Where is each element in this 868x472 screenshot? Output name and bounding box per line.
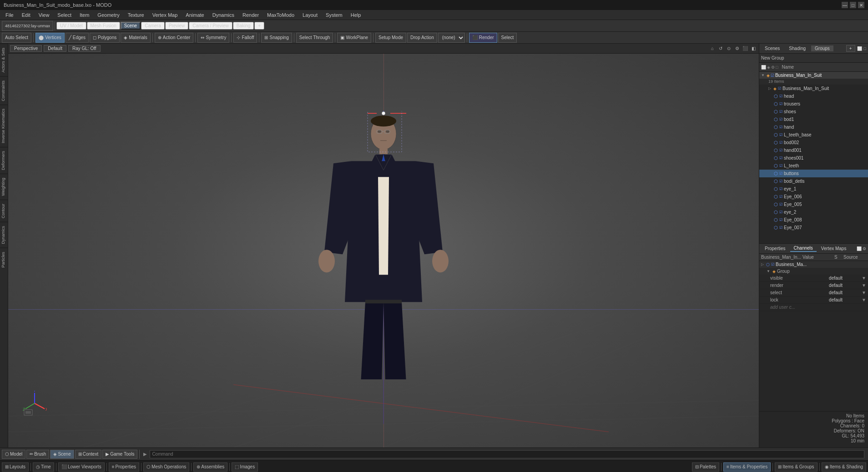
collapse-icon[interactable]: ◧: [750, 45, 757, 52]
palettes-btn[interactable]: ⊟ Palettes: [692, 462, 719, 472]
menu-system[interactable]: System: [322, 11, 346, 19]
viewport-canvas[interactable]: X Y Z: [8, 54, 759, 447]
channels-tab[interactable]: Channels: [790, 245, 817, 252]
tree-item-hand001[interactable]: ⬡ ☑ hand001: [759, 146, 868, 154]
prop-select-dd[interactable]: ▼: [862, 290, 866, 295]
tree-icon-2[interactable]: ◈: [767, 65, 770, 70]
file-info-btn[interactable]: 48146227302:lay-unmax: [2, 21, 53, 31]
symmetry-btn[interactable]: ⇔ Symmetry: [197, 33, 229, 43]
model-btn[interactable]: ⬡ Model: [2, 450, 25, 459]
images-btn[interactable]: ⬚ Images: [232, 462, 258, 472]
tab-baking[interactable]: Baking: [233, 22, 254, 30]
assemblies-btn[interactable]: ⊛ Assemblies: [193, 462, 227, 472]
prop-row-visible[interactable]: visible default ▼: [759, 275, 868, 282]
panel-collapse-icon[interactable]: □: [864, 46, 866, 51]
sidebar-deformers[interactable]: Deformers: [0, 147, 8, 174]
menu-item[interactable]: Item: [76, 11, 93, 19]
menu-help[interactable]: Help: [347, 11, 365, 19]
game-tools-btn[interactable]: ▶ Game Tools: [102, 450, 137, 459]
action-center-btn[interactable]: ⊕ Action Center: [155, 33, 194, 43]
snapping-btn[interactable]: ⊞ Snapping: [261, 33, 292, 43]
prop-row-select[interactable]: select default ▼: [759, 289, 868, 296]
items-groups-btn[interactable]: ⊞ Items & Groups: [775, 462, 817, 472]
prop-visible-dd[interactable]: ▼: [862, 276, 866, 281]
settings-icon[interactable]: ⚙: [733, 45, 741, 52]
none-dropdown[interactable]: (none): [438, 33, 465, 43]
tree-item-hand[interactable]: ⬡ ☑ hand: [759, 123, 868, 131]
minimize-button[interactable]: —: [842, 2, 848, 8]
tree-item-bod002[interactable]: ⬡ ☑ bod002: [759, 139, 868, 146]
close-button[interactable]: ✕: [858, 2, 864, 8]
menu-dynamics[interactable]: Dynamics: [209, 11, 238, 19]
menu-select[interactable]: Select: [54, 11, 75, 19]
tab-uv-model[interactable]: UV / Model: [56, 22, 86, 30]
drop-action-btn[interactable]: Drop Action: [407, 33, 437, 43]
menu-geometry[interactable]: Geometry: [94, 11, 123, 19]
sidebar-constraints[interactable]: Constraints: [0, 76, 8, 105]
menu-texture[interactable]: Texture: [124, 11, 148, 19]
properties-tab[interactable]: Properties: [761, 246, 789, 251]
refresh-icon[interactable]: ↺: [717, 45, 724, 52]
prop-expand-icon[interactable]: ⬜: [857, 246, 862, 251]
command-input[interactable]: [150, 450, 864, 458]
tab-mesh-fusion[interactable]: Mesh Fusion: [87, 22, 120, 30]
lower-viewports-btn[interactable]: ⬛ Lower Viewports: [58, 462, 105, 472]
perspective-btn[interactable]: Perspective: [10, 45, 42, 52]
tree-icon-3[interactable]: ⚙: [771, 65, 775, 70]
tree-item-trousers[interactable]: ⬡ ☑ trousers: [759, 100, 868, 108]
prop-render-dd[interactable]: ▼: [862, 283, 866, 288]
menu-maxtomode[interactable]: MaxToModo: [263, 11, 298, 19]
add-group-btn[interactable]: +: [846, 45, 855, 52]
tab-camera-preview[interactable]: Camera / Preview: [189, 22, 232, 30]
vertex-maps-tab[interactable]: Vertex Maps: [818, 246, 850, 251]
falloff-btn[interactable]: ⊹ Falloff: [233, 33, 257, 43]
tab-add[interactable]: +: [254, 22, 264, 30]
tree-icon-4[interactable]: □: [776, 65, 778, 70]
sidebar-weighting[interactable]: Weighting: [0, 174, 8, 200]
prop-lock-dd[interactable]: ▼: [862, 297, 866, 302]
shading-tab[interactable]: Shading: [785, 45, 809, 51]
render-btn[interactable]: ⬛ Render: [469, 33, 497, 43]
tree-icon-1[interactable]: ⬜: [761, 65, 766, 70]
vertices-btn[interactable]: ⬤ Vertices: [35, 33, 65, 43]
menu-file[interactable]: File: [2, 11, 17, 19]
polygons-btn[interactable]: ◻ Polygons: [90, 33, 120, 43]
tree-item-eye008[interactable]: ⬡ ☑ Eye_008: [759, 216, 868, 224]
prop-root-item[interactable]: ▷ ⬡ ☑ Business_Ma...: [759, 261, 868, 268]
tree-root-item[interactable]: ▼ ◈ ☑ Business_Man_In_Suit: [759, 72, 868, 79]
prop-group-item[interactable]: ▼ ◈ Group: [759, 268, 868, 275]
sidebar-particles[interactable]: Particles: [0, 248, 8, 271]
select-through-btn[interactable]: Select Through: [296, 33, 333, 43]
tree-item-l-teeth[interactable]: ⬡ ☑ L_teeth: [759, 162, 868, 170]
context-btn[interactable]: ⊞ Context: [75, 450, 101, 459]
tree-item-head[interactable]: ⬡ ☑ head: [759, 92, 868, 100]
tree-item-l-teeth-base[interactable]: ⬡ ☑ L_teeth_base: [759, 131, 868, 139]
mesh-operations-btn[interactable]: ⬡ Mesh Operations: [143, 462, 189, 472]
scene-mode-btn[interactable]: ◈ Scene: [50, 450, 74, 459]
tree-item-eye005[interactable]: ⬡ ☑ Eye_005: [759, 201, 868, 208]
sidebar-actors-sets[interactable]: Actors & Sets: [0, 44, 8, 76]
menu-vertex-map[interactable]: Vertex Map: [149, 11, 182, 19]
tree-item-eye1[interactable]: ⬡ ☑ eye_1: [759, 185, 868, 193]
workplane-btn[interactable]: ▣ WorkPlane: [337, 33, 371, 43]
properties-bottom-btn[interactable]: ≡ Properties: [109, 462, 139, 472]
menu-layout[interactable]: Layout: [299, 11, 321, 19]
auto-select-btn[interactable]: Auto Select: [2, 33, 31, 43]
tree-item-business[interactable]: ▷ ◈ ☑ Business_Man_In_Suit: [759, 85, 868, 92]
menu-view[interactable]: View: [35, 11, 53, 19]
time-btn[interactable]: ◷ Time: [33, 462, 54, 472]
items-shading-btn[interactable]: ◉ Items & Shading: [822, 462, 866, 472]
search-icon[interactable]: ⊙: [725, 45, 732, 52]
items-properties-btn[interactable]: ≡ Items & Properties: [723, 462, 771, 472]
layouts-btn[interactable]: ⊞ Layouts: [2, 462, 29, 472]
panel-expand-icon[interactable]: ⬜: [857, 46, 862, 51]
ray-gl-btn[interactable]: Ray GL: Off: [68, 45, 101, 52]
select-btn[interactable]: Select: [498, 33, 517, 43]
edges-btn[interactable]: ╱ Edges: [66, 33, 89, 43]
tab-camera[interactable]: Camera: [141, 22, 165, 30]
tree-item-shoes001[interactable]: ⬡ ☑ shoes001: [759, 154, 868, 162]
default-style-btn[interactable]: Default: [44, 45, 66, 52]
tree-item-eye006[interactable]: ⬡ ☑ Eye_006: [759, 193, 868, 201]
setup-mode-btn[interactable]: Setup Mode: [375, 33, 406, 43]
materials-btn[interactable]: ◈ Materials: [121, 33, 151, 43]
